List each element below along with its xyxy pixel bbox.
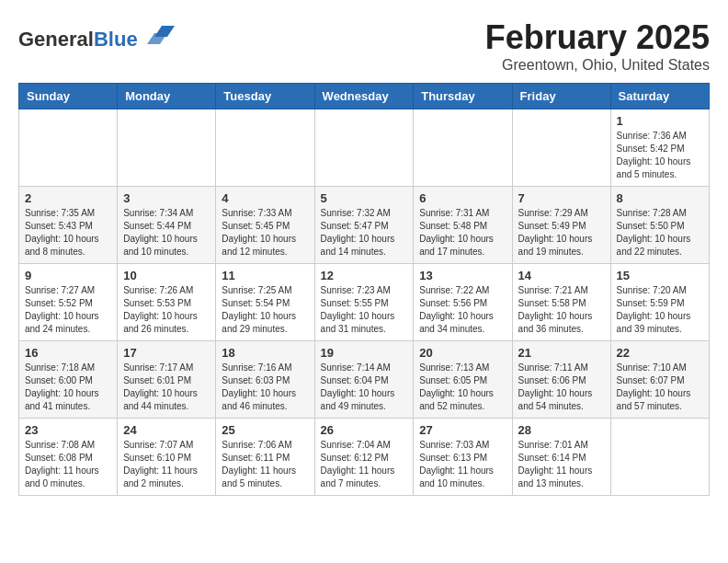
day-info: Sunrise: 7:10 AM Sunset: 6:07 PM Dayligh… [617,362,703,413]
day-number: 4 [222,191,308,205]
day-number: 13 [419,269,506,282]
calendar-day-cell: 9Sunrise: 7:27 AM Sunset: 5:52 PM Daylig… [19,264,118,341]
calendar-day-cell: 14Sunrise: 7:21 AM Sunset: 5:58 PM Dayli… [512,264,610,341]
logo-blue: Blue [94,28,138,51]
calendar-header-row: SundayMondayTuesdayWednesdayThursdayFrid… [19,84,710,109]
title-block: February 2025 Greentown, Ohio, United St… [485,18,710,74]
calendar-day-cell: 21Sunrise: 7:11 AM Sunset: 6:06 PM Dayli… [512,341,610,419]
calendar-day-cell [512,109,610,187]
svg-marker-1 [147,33,167,44]
day-number: 15 [617,269,703,282]
calendar-day-cell: 15Sunrise: 7:20 AM Sunset: 5:59 PM Dayli… [610,264,709,341]
logo: GeneralBlue [18,18,175,51]
day-number: 24 [123,423,210,437]
day-info: Sunrise: 7:26 AM Sunset: 5:53 PM Dayligh… [123,284,210,336]
day-info: Sunrise: 7:11 AM Sunset: 6:06 PM Dayligh… [518,362,605,413]
day-number: 28 [518,423,605,437]
calendar-week-row: 16Sunrise: 7:18 AM Sunset: 6:00 PM Dayli… [19,341,710,419]
weekday-header: Wednesday [314,84,414,109]
day-info: Sunrise: 7:14 AM Sunset: 6:04 PM Dayligh… [321,362,408,413]
calendar-day-cell: 8Sunrise: 7:28 AM Sunset: 5:50 PM Daylig… [610,187,709,264]
calendar-day-cell: 26Sunrise: 7:04 AM Sunset: 6:12 PM Dayli… [314,419,414,496]
day-number: 21 [518,346,605,360]
day-number: 8 [617,191,703,205]
day-number: 27 [419,423,506,437]
calendar-day-cell [216,109,314,187]
day-info: Sunrise: 7:06 AM Sunset: 6:11 PM Dayligh… [222,439,308,490]
weekday-header: Monday [118,84,216,109]
calendar-day-cell: 7Sunrise: 7:29 AM Sunset: 5:49 PM Daylig… [512,187,610,264]
day-info: Sunrise: 7:32 AM Sunset: 5:47 PM Dayligh… [321,207,408,259]
day-number: 14 [518,269,605,282]
logo-general: General [18,28,94,51]
day-info: Sunrise: 7:22 AM Sunset: 5:56 PM Dayligh… [419,284,506,336]
day-info: Sunrise: 7:34 AM Sunset: 5:44 PM Dayligh… [123,207,210,259]
calendar-day-cell: 27Sunrise: 7:03 AM Sunset: 6:13 PM Dayli… [414,419,512,496]
day-number: 3 [123,191,210,205]
calendar-week-row: 23Sunrise: 7:08 AM Sunset: 6:08 PM Dayli… [19,419,710,496]
day-info: Sunrise: 7:16 AM Sunset: 6:03 PM Dayligh… [222,362,308,413]
weekday-header: Sunday [19,84,118,109]
calendar-day-cell: 19Sunrise: 7:14 AM Sunset: 6:04 PM Dayli… [314,341,414,419]
day-number: 1 [617,114,703,128]
page-header: GeneralBlue February 2025 Greentown, Ohi… [18,18,710,74]
calendar-day-cell: 24Sunrise: 7:07 AM Sunset: 6:10 PM Dayli… [118,419,216,496]
day-info: Sunrise: 7:04 AM Sunset: 6:12 PM Dayligh… [321,439,408,490]
calendar-day-cell [19,109,118,187]
day-number: 7 [518,191,605,205]
day-info: Sunrise: 7:08 AM Sunset: 6:08 PM Dayligh… [25,439,111,490]
day-number: 2 [25,191,111,205]
day-info: Sunrise: 7:13 AM Sunset: 6:05 PM Dayligh… [419,362,506,413]
calendar-week-row: 2Sunrise: 7:35 AM Sunset: 5:43 PM Daylig… [19,187,710,264]
location-title: Greentown, Ohio, United States [485,57,710,74]
day-number: 18 [222,346,308,360]
calendar-day-cell: 16Sunrise: 7:18 AM Sunset: 6:00 PM Dayli… [19,341,118,419]
day-number: 19 [321,346,408,360]
day-info: Sunrise: 7:07 AM Sunset: 6:10 PM Dayligh… [123,439,210,490]
logo-icon [147,18,175,46]
calendar-day-cell: 17Sunrise: 7:17 AM Sunset: 6:01 PM Dayli… [118,341,216,419]
month-title: February 2025 [485,18,710,57]
day-info: Sunrise: 7:21 AM Sunset: 5:58 PM Dayligh… [518,284,605,336]
calendar-day-cell: 13Sunrise: 7:22 AM Sunset: 5:56 PM Dayli… [414,264,512,341]
calendar-day-cell: 5Sunrise: 7:32 AM Sunset: 5:47 PM Daylig… [314,187,414,264]
day-number: 6 [419,191,506,205]
weekday-header: Saturday [610,84,709,109]
day-info: Sunrise: 7:28 AM Sunset: 5:50 PM Dayligh… [617,207,703,259]
day-info: Sunrise: 7:03 AM Sunset: 6:13 PM Dayligh… [419,439,506,490]
calendar-week-row: 9Sunrise: 7:27 AM Sunset: 5:52 PM Daylig… [19,264,710,341]
day-number: 11 [222,269,308,282]
day-info: Sunrise: 7:18 AM Sunset: 6:00 PM Dayligh… [25,362,111,413]
day-number: 26 [321,423,408,437]
day-number: 25 [222,423,308,437]
day-info: Sunrise: 7:27 AM Sunset: 5:52 PM Dayligh… [25,284,111,336]
day-number: 16 [25,346,111,360]
calendar-week-row: 1Sunrise: 7:36 AM Sunset: 5:42 PM Daylig… [19,109,710,187]
weekday-header: Tuesday [216,84,314,109]
calendar-day-cell: 10Sunrise: 7:26 AM Sunset: 5:53 PM Dayli… [118,264,216,341]
calendar-day-cell [610,419,709,496]
calendar-day-cell: 3Sunrise: 7:34 AM Sunset: 5:44 PM Daylig… [118,187,216,264]
day-info: Sunrise: 7:35 AM Sunset: 5:43 PM Dayligh… [25,207,111,259]
calendar-day-cell: 4Sunrise: 7:33 AM Sunset: 5:45 PM Daylig… [216,187,314,264]
calendar-day-cell: 22Sunrise: 7:10 AM Sunset: 6:07 PM Dayli… [610,341,709,419]
calendar-day-cell [118,109,216,187]
day-number: 20 [419,346,506,360]
calendar-day-cell: 23Sunrise: 7:08 AM Sunset: 6:08 PM Dayli… [19,419,118,496]
weekday-header: Friday [512,84,610,109]
day-number: 23 [25,423,111,437]
calendar-day-cell [414,109,512,187]
day-number: 5 [321,191,408,205]
day-info: Sunrise: 7:17 AM Sunset: 6:01 PM Dayligh… [123,362,210,413]
day-info: Sunrise: 7:33 AM Sunset: 5:45 PM Dayligh… [222,207,308,259]
calendar-day-cell: 11Sunrise: 7:25 AM Sunset: 5:54 PM Dayli… [216,264,314,341]
calendar-table: SundayMondayTuesdayWednesdayThursdayFrid… [18,83,710,496]
day-info: Sunrise: 7:01 AM Sunset: 6:14 PM Dayligh… [518,439,605,490]
day-number: 10 [123,269,210,282]
calendar-day-cell [314,109,414,187]
calendar-day-cell: 6Sunrise: 7:31 AM Sunset: 5:48 PM Daylig… [414,187,512,264]
day-number: 9 [25,269,111,282]
weekday-header: Thursday [414,84,512,109]
day-info: Sunrise: 7:29 AM Sunset: 5:49 PM Dayligh… [518,207,605,259]
day-info: Sunrise: 7:25 AM Sunset: 5:54 PM Dayligh… [222,284,308,336]
